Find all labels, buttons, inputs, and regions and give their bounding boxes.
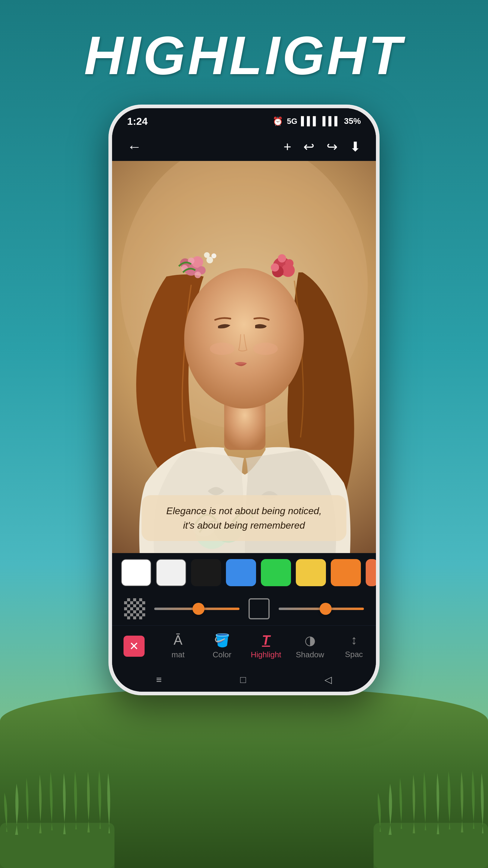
battery-indicator: 35% (344, 116, 361, 126)
svg-point-23 (271, 264, 279, 272)
color-swatch-orange-dark[interactable] (366, 559, 376, 586)
color-swatch-white-light[interactable] (156, 559, 186, 586)
image-canvas: Elegance is not about being noticed, it'… (112, 161, 376, 553)
image-text-overlay: Elegance is not about being noticed, it'… (141, 495, 347, 541)
redo-button[interactable]: ↪ (327, 139, 338, 154)
color-swatch-yellow[interactable] (296, 559, 326, 586)
spacing-icon: ↕ (351, 633, 357, 647)
toolbar: ← + ↩ ↪ ⬇ (112, 132, 376, 161)
overlay-text-line1: Elegance is not about being noticed, (166, 505, 322, 516)
nav-label-format: mat (171, 650, 184, 659)
color-swatch-orange[interactable] (331, 559, 361, 586)
status-bar: 1:24 ⏰ 5G ▌▌▌ ▌▌▌ 35% (112, 108, 376, 132)
color-swatch-white-solid[interactable] (121, 559, 151, 586)
opacity-slider-thumb[interactable] (193, 603, 204, 615)
svg-point-8 (184, 268, 304, 409)
signal-bars-icon: ▌▌▌ (322, 116, 340, 126)
highlight-icon: T (262, 632, 270, 648)
overlay-text-line2: it's about being remembered (183, 520, 305, 531)
nav-item-format[interactable]: Ā mat (156, 632, 200, 659)
svg-point-18 (195, 258, 201, 265)
add-button[interactable]: + (284, 139, 291, 154)
svg-point-22 (278, 254, 286, 262)
close-icon[interactable]: ✕ (124, 636, 144, 657)
size-slider[interactable] (279, 608, 364, 610)
toolbar-left: ← (127, 138, 141, 155)
opacity-slider[interactable] (154, 608, 239, 610)
slider-row (112, 592, 376, 625)
size-slider-thumb[interactable] (320, 603, 332, 615)
undo-button[interactable]: ↩ (303, 139, 315, 154)
overlay-text: Elegance is not about being noticed, it'… (157, 504, 331, 532)
status-icons: ⏰ 5G ▌▌▌ ▌▌▌ 35% (272, 116, 361, 126)
phone-frame: 1:24 ⏰ 5G ▌▌▌ ▌▌▌ 35% ← + ↩ ↪ ⬇ (108, 104, 380, 695)
svg-point-24 (285, 259, 293, 267)
opacity-icon (124, 598, 145, 619)
svg-point-27 (204, 252, 210, 258)
grass-left (0, 717, 115, 868)
nav-item-spacing[interactable]: ↕ Spac (332, 633, 376, 659)
signal-icon: 5G (287, 117, 297, 126)
nav-label-color: Color (213, 650, 231, 659)
system-nav: ≡ □ ◁ (112, 668, 376, 692)
color-icon: 🪣 (214, 633, 230, 648)
color-swatch-blue[interactable] (226, 559, 256, 586)
nav-item-close[interactable]: ✕ (112, 636, 156, 657)
svg-point-26 (212, 253, 216, 258)
size-icon (249, 598, 270, 619)
nav-item-highlight[interactable]: T Highlight (244, 632, 288, 659)
nav-label-spacing: Spac (345, 650, 363, 659)
system-menu-icon[interactable]: ≡ (156, 674, 162, 685)
svg-point-17 (195, 272, 201, 278)
system-back-icon[interactable]: ◁ (324, 674, 332, 685)
alarm-icon: ⏰ (272, 116, 283, 126)
format-icon: Ā (173, 632, 182, 648)
nav-item-shadow[interactable]: ◑ Shadow (288, 633, 332, 659)
shadow-icon: ◑ (304, 633, 316, 648)
phone-outer: 1:24 ⏰ 5G ▌▌▌ ▌▌▌ 35% ← + ↩ ↪ ⬇ (108, 104, 380, 695)
color-picker-row (112, 553, 376, 592)
nav-item-color[interactable]: 🪣 Color (200, 633, 244, 659)
download-button[interactable]: ⬇ (350, 139, 361, 154)
color-swatch-black[interactable] (191, 559, 221, 586)
toolbar-right: + ↩ ↪ ⬇ (284, 139, 361, 154)
bottom-nav: ✕ Ā mat 🪣 Color T Highlight (112, 625, 376, 668)
nav-label-highlight: Highlight (251, 650, 281, 659)
page-title: HIGHLIGHT (84, 24, 404, 87)
wifi-bars-icon: ▌▌▌ (301, 116, 319, 126)
svg-point-9 (210, 343, 234, 355)
back-button[interactable]: ← (127, 138, 141, 155)
portrait-image (112, 161, 376, 553)
nav-label-shadow: Shadow (296, 650, 324, 659)
phone-inner: 1:24 ⏰ 5G ▌▌▌ ▌▌▌ 35% ← + ↩ ↪ ⬇ (112, 108, 376, 692)
color-swatch-green[interactable] (261, 559, 291, 586)
status-time: 1:24 (127, 116, 148, 127)
system-home-icon[interactable]: □ (240, 674, 246, 685)
svg-point-10 (253, 343, 278, 355)
grass-right (373, 717, 488, 868)
